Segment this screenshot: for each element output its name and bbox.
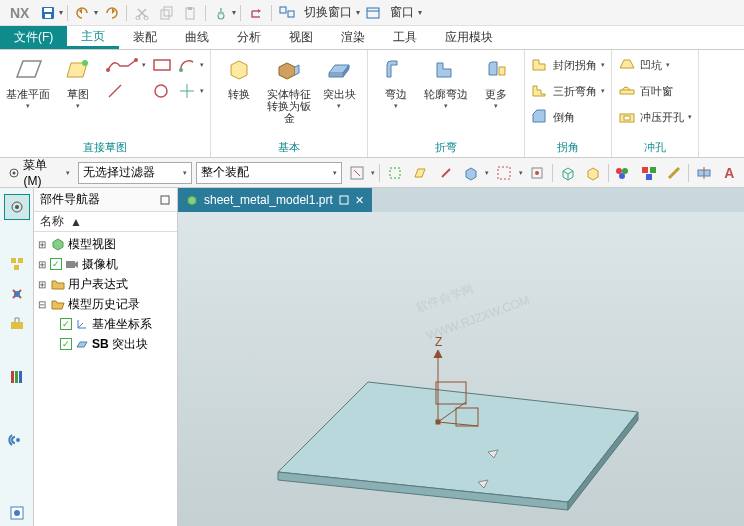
menu-tool[interactable]: 工具 bbox=[379, 26, 431, 49]
solid-to-sheet-button[interactable]: 实体特征转换为钣金 bbox=[267, 54, 311, 124]
tree-item-user-expressions[interactable]: ⊞用户表达式 bbox=[36, 274, 175, 294]
roles-tab[interactable] bbox=[4, 500, 30, 526]
assembly-navigator-tab[interactable] bbox=[4, 251, 30, 277]
web-browser-tab[interactable] bbox=[4, 427, 30, 453]
sketch-icon bbox=[62, 54, 94, 86]
section-icon[interactable] bbox=[693, 162, 714, 184]
convert-button[interactable]: 转换 bbox=[217, 54, 261, 100]
part-navigator-tab[interactable] bbox=[4, 194, 30, 220]
window-dropdown-icon[interactable]: ▾ bbox=[418, 8, 422, 17]
pin-icon[interactable] bbox=[159, 194, 171, 206]
menu-dropdown[interactable]: 菜单(M) ▾ bbox=[4, 157, 74, 188]
select-region-icon[interactable] bbox=[493, 162, 514, 184]
solid-to-sheet-icon bbox=[273, 54, 305, 86]
color-circles-icon[interactable] bbox=[613, 162, 634, 184]
history-tab[interactable] bbox=[4, 364, 30, 390]
navigator-title: 部件导航器 bbox=[40, 191, 100, 208]
select-edge-icon[interactable] bbox=[435, 162, 456, 184]
assembly-scope-combo[interactable]: 整个装配▾ bbox=[196, 162, 342, 184]
point-button[interactable]: ▾ bbox=[178, 80, 204, 102]
svg-rect-1 bbox=[44, 8, 52, 12]
window-menu-button[interactable]: 窗口 bbox=[386, 4, 418, 21]
ribbon-group-punch: 凹坑▾ 百叶窗 冲压开孔▾ 冲孔 bbox=[612, 50, 699, 157]
chevron-down-icon: ▾ bbox=[494, 102, 498, 110]
text-a-icon[interactable]: A bbox=[719, 162, 740, 184]
document-tab[interactable]: sheet_metal_model1.prt ✕ bbox=[178, 188, 372, 212]
svg-point-25 bbox=[13, 171, 16, 174]
tree-item-camera[interactable]: ⊞✓摄像机 bbox=[36, 254, 175, 274]
menu-curve[interactable]: 曲线 bbox=[171, 26, 223, 49]
more-icon bbox=[480, 54, 512, 86]
repeat-icon[interactable] bbox=[245, 2, 267, 24]
ribbon-group-base: 转换 实体特征转换为钣金 突出块 ▾ 基本 bbox=[211, 50, 368, 157]
dimple-button[interactable]: 凹坑▾ bbox=[618, 54, 692, 76]
select-all-icon[interactable] bbox=[384, 162, 405, 184]
ribbon: 基准平面 ▾ 草图 ▾ ▾ ▾ ▾ 直接草图 bbox=[0, 50, 744, 158]
column-header[interactable]: 名称 ▲ bbox=[34, 212, 177, 232]
redo-icon[interactable] bbox=[100, 2, 122, 24]
shaded-box-icon[interactable] bbox=[582, 162, 603, 184]
wireframe-box-icon[interactable] bbox=[557, 162, 578, 184]
undo-dropdown-icon[interactable]: ▾ bbox=[94, 8, 98, 17]
graphics-canvas[interactable]: Z 软件自学网 WWW.RJZXW.COM bbox=[178, 212, 744, 526]
svg-point-15 bbox=[134, 58, 138, 62]
constraint-navigator-tab[interactable] bbox=[4, 281, 30, 307]
cut-icon[interactable] bbox=[131, 2, 153, 24]
convert-icon bbox=[223, 54, 255, 86]
menu-analyze[interactable]: 分析 bbox=[223, 26, 275, 49]
paste-icon[interactable] bbox=[179, 2, 201, 24]
tab-button[interactable]: 突出块 ▾ bbox=[317, 54, 361, 110]
touch-dropdown-icon[interactable]: ▾ bbox=[232, 8, 236, 17]
louver-button[interactable]: 百叶窗 bbox=[618, 80, 692, 102]
flange-button[interactable]: 弯边 ▾ bbox=[374, 54, 418, 110]
arc-button[interactable]: ▾ bbox=[178, 54, 204, 76]
menu-app[interactable]: 应用模块 bbox=[431, 26, 507, 49]
dimple-icon bbox=[618, 56, 636, 74]
closed-corner-button[interactable]: 封闭拐角▾ bbox=[531, 54, 605, 76]
select-face-icon[interactable] bbox=[410, 162, 431, 184]
save-icon[interactable] bbox=[37, 2, 59, 24]
circle-button[interactable] bbox=[152, 80, 172, 102]
svg-point-13 bbox=[82, 60, 88, 66]
viewport: sheet_metal_model1.prt ✕ bbox=[178, 188, 744, 526]
select-body-icon[interactable] bbox=[460, 162, 481, 184]
measure-icon[interactable] bbox=[663, 162, 684, 184]
switch-window-dropdown-icon[interactable]: ▾ bbox=[356, 8, 360, 17]
menu-home[interactable]: 主页 bbox=[67, 26, 119, 49]
sketch-button[interactable]: 草图 ▾ bbox=[56, 54, 100, 110]
rectangle-button[interactable] bbox=[152, 54, 172, 76]
tree-item-model-view[interactable]: ⊞模型视图 bbox=[36, 234, 175, 254]
menu-assembly[interactable]: 装配 bbox=[119, 26, 171, 49]
profile-curve-button[interactable]: ▾ bbox=[106, 54, 146, 76]
contour-flange-button[interactable]: 轮廓弯边 ▾ bbox=[424, 54, 468, 110]
ribbon-group-label: 折弯 bbox=[374, 138, 518, 155]
copy-icon[interactable] bbox=[155, 2, 177, 24]
window-icon[interactable] bbox=[362, 2, 384, 24]
svg-rect-35 bbox=[650, 167, 656, 173]
select-mode-icon[interactable] bbox=[346, 162, 367, 184]
highlight-icon[interactable] bbox=[527, 162, 548, 184]
close-tab-icon[interactable]: ✕ bbox=[355, 194, 364, 207]
undo-icon[interactable] bbox=[72, 2, 94, 24]
chamfer-button[interactable]: 倒角 bbox=[531, 106, 605, 128]
touch-mode-icon[interactable] bbox=[210, 2, 232, 24]
datum-plane-button[interactable]: 基准平面 ▾ bbox=[6, 54, 50, 110]
switch-window-button[interactable]: 切换窗口 bbox=[300, 4, 356, 21]
menu-render[interactable]: 渲染 bbox=[327, 26, 379, 49]
three-bend-button[interactable]: 三折弯角▾ bbox=[531, 80, 605, 102]
menu-view[interactable]: 视图 bbox=[275, 26, 327, 49]
line-button[interactable] bbox=[106, 80, 146, 102]
selection-filter-combo[interactable]: 无选择过滤器▾ bbox=[78, 162, 193, 184]
chevron-down-icon: ▾ bbox=[394, 102, 398, 110]
color-squares-icon[interactable] bbox=[638, 162, 659, 184]
reuse-library-tab[interactable] bbox=[4, 311, 30, 337]
menu-file[interactable]: 文件(F) bbox=[0, 26, 67, 49]
window-layout-icon[interactable] bbox=[276, 2, 298, 24]
more-bend-button[interactable]: 更多 ▾ bbox=[474, 54, 518, 110]
tree-item-history[interactable]: ⊟模型历史记录 bbox=[36, 294, 175, 314]
save-dropdown-icon[interactable]: ▾ bbox=[59, 8, 63, 17]
tree-item-datum-csys[interactable]: ✓基准坐标系 bbox=[36, 314, 175, 334]
punch-button[interactable]: 冲压开孔▾ bbox=[618, 106, 692, 128]
svg-rect-36 bbox=[646, 174, 652, 180]
tree-item-sb-tab[interactable]: ✓SB SB 突出块突出块 bbox=[36, 334, 175, 354]
